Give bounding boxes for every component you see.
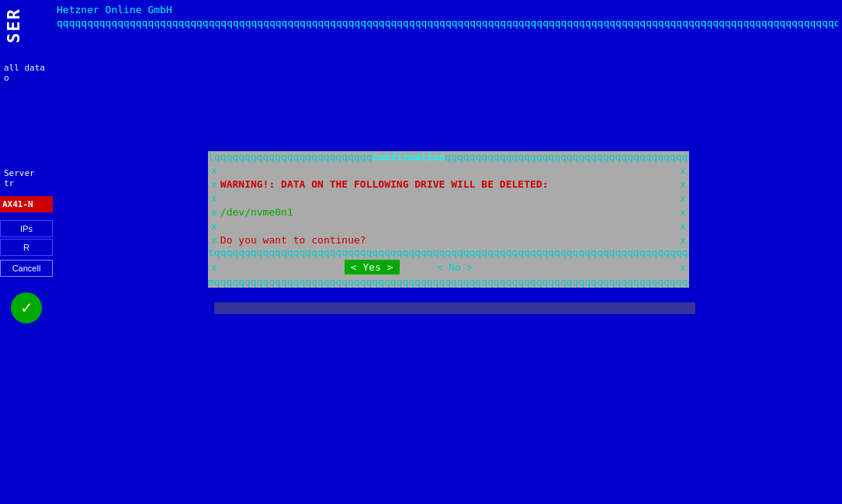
- dialog-question-row: x Do you want to continue? x: [208, 233, 689, 247]
- dialog-border-right-2: x: [677, 178, 689, 190]
- dialog-device-text: /dev/nvme0n1: [220, 206, 677, 218]
- tab-buttons: IPs R: [0, 220, 53, 256]
- cancel-button[interactable]: Cancell: [0, 260, 53, 277]
- dialog-row-1: x x: [208, 163, 689, 177]
- confirmation-dialog: lqqqqqqqqqqqqqqqqqqqqqqqqqqConfirmationq…: [208, 151, 689, 288]
- no-button[interactable]: < No >: [431, 260, 480, 274]
- dialog-row-5: x x: [208, 219, 689, 233]
- dialog-question-text: Do you want to continue?: [220, 234, 677, 246]
- dialog-border-right-3: x: [677, 192, 689, 204]
- dialog-border-right-7: x: [677, 261, 689, 273]
- dialog-border-left-4: x: [208, 206, 220, 218]
- dialog-border-right-4: x: [677, 206, 689, 218]
- dialog-warning-row: x WARNING!: DATA ON THE FOLLOWING DRIVE …: [208, 177, 689, 191]
- dialog-border-left-3: x: [208, 192, 220, 204]
- tab-ips[interactable]: IPs: [0, 220, 53, 237]
- yes-button[interactable]: < Yes >: [345, 260, 400, 274]
- dialog-warning-text: WARNING!: DATA ON THE FOLLOWING DRIVE WI…: [220, 178, 677, 190]
- dialog-border-right-6: x: [677, 234, 689, 246]
- dialog-border-left-7: x: [208, 261, 220, 273]
- dialog-row-3: x x: [208, 191, 689, 205]
- dialog-border-left-6: x: [208, 234, 220, 246]
- dialog-separator: tqqqqqqqqqqqqqqqqqqqqqqqqqqqqqqqqqqqqqqq…: [208, 247, 689, 258]
- hetzner-header: Hetzner Online GmbH: [57, 4, 838, 16]
- tab-r[interactable]: R: [0, 239, 53, 256]
- main-terminal: Hetzner Online GmbH qqqqqqqqqqqqqqqqqqqq…: [53, 0, 842, 504]
- all-data-label: all data o: [0, 59, 53, 87]
- dialog-border-left-2: x: [208, 178, 220, 190]
- dialog-border-right-1: x: [677, 164, 689, 176]
- dialog-shadow: [214, 302, 695, 314]
- sidebar: SER all data o Server tr AX41-N IPs R Ca…: [0, 0, 53, 504]
- sidebar-title: SER: [0, 0, 53, 51]
- server-type-label: Server tr: [0, 164, 53, 192]
- dialog-top-border: lqqqqqqqqqqqqqqqqqqqqqqqqqqConfirmationq…: [208, 151, 689, 163]
- dialog-bottom-border: mqqqqqqqqqqqqqqqqqqqqqqqqqqqqqqqqqqqqqqq…: [208, 276, 689, 288]
- top-border-line: qqqqqqqqqqqqqqqqqqqqqqqqqqqqqqqqqqqqqqqq…: [57, 17, 838, 29]
- dialog-device-row: x /dev/nvme0n1 x: [208, 205, 689, 219]
- check-icon: [11, 292, 42, 323]
- dialog-border-left-1: x: [208, 164, 220, 176]
- dialog-buttons-row: x < Yes > < No > x: [208, 258, 689, 276]
- dialog-border-right-5: x: [677, 220, 689, 232]
- server-badge: AX41-N: [0, 196, 53, 212]
- dialog-border-left-5: x: [208, 220, 220, 232]
- dialog-title: Confirmation: [372, 151, 445, 163]
